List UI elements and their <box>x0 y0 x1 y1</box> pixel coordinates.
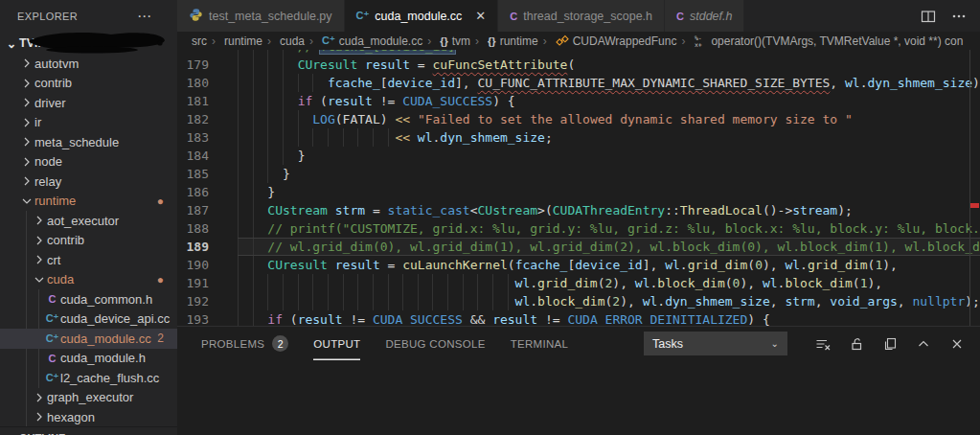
error-marker <box>970 203 979 208</box>
tree-item-label: cuda_module.cc <box>60 332 157 346</box>
breadcrumb-item[interactable]: ›C⁺cuda_module.cc <box>305 34 422 48</box>
code-line-179[interactable]: 179 CUresult result = cuFuncSetAttribute… <box>177 56 980 74</box>
breadcrumb-label: cuda_module.cc <box>339 34 422 48</box>
chevron-down-icon: ⌄ <box>771 338 779 349</box>
output-channel-dropdown[interactable]: Tasks⌄ <box>644 332 787 355</box>
tree-item-label: graph_executor <box>47 390 177 404</box>
tree-item-aot-executor[interactable]: aot_executor <box>0 211 177 231</box>
code-text: LOG(FATAL) << "Failed to set the allowed… <box>238 110 980 128</box>
chevron-right-icon <box>19 76 34 91</box>
tab-cuda-module-cc[interactable]: C⁺cuda_module.cc✕ <box>345 0 499 32</box>
breadcrumb-item[interactable]: ›%-x+operator()(TVMArgs, TVMRetValue *, … <box>676 34 963 48</box>
panel-tab-terminal[interactable]: TERMINAL <box>511 327 569 360</box>
close-panel-icon[interactable] <box>949 336 965 352</box>
code-line-180[interactable]: 180 fcache_[device_id], CU_FUNC_ATTRIBUT… <box>177 74 980 92</box>
tree-item-graph-executor[interactable]: graph_executor <box>0 388 177 408</box>
tree-item-node[interactable]: node <box>0 152 177 172</box>
breadcrumb-item[interactable]: ›{}runtime <box>470 34 538 48</box>
tree-item-crt[interactable]: crt <box>0 250 177 270</box>
vscode-window: EXPLORER ⋯ ⌄ TVM autotvmcontribdriverirm… <box>0 0 980 435</box>
tab-thread-storage-scope-h[interactable]: Cthread_storage_scope.h <box>498 0 665 32</box>
tree-item-hexagon[interactable]: hexagon <box>0 407 177 427</box>
tree-item-label: meta_schedule <box>34 135 177 149</box>
code-text: CUresult result = cuFuncSetAttribute( <box>238 56 980 74</box>
tree-item-l2-cache-flush-cc[interactable]: C⁺l2_cache_flush.cc <box>0 368 177 388</box>
unlock-icon[interactable] <box>849 336 864 352</box>
more-actions-icon[interactable] <box>951 9 967 24</box>
code-line-188[interactable]: 188 // printf("CUSTOMIZE, grid.x: %lu, g… <box>177 219 980 238</box>
tree-item-driver[interactable]: driver <box>0 93 177 113</box>
tree-item-autotvm[interactable]: autotvm <box>0 54 177 74</box>
tree-item-runtime[interactable]: runtime● <box>0 192 177 212</box>
c-file-icon: C <box>510 11 517 22</box>
breadcrumb-item[interactable]: ›{}tvm <box>422 34 470 48</box>
output-panel-body[interactable] <box>177 360 980 435</box>
cpp-file-icon: C⁺ <box>44 372 60 384</box>
panel-tab-debug-console[interactable]: DEBUG CONSOLE <box>385 327 485 360</box>
breadcrumb-item[interactable]: ›CUDAWrappedFunc <box>538 34 677 48</box>
operator-symbol-icon: %-x+ <box>694 34 707 48</box>
code-line-185[interactable]: 185 } <box>177 165 980 183</box>
clear-output-icon[interactable] <box>815 336 831 352</box>
explorer-more-actions-icon[interactable]: ⋯ <box>137 8 152 25</box>
line-number: 182 <box>177 110 238 128</box>
maximize-panel-icon[interactable] <box>916 336 931 352</box>
breadcrumb-label: runtime <box>224 34 262 48</box>
breadcrumb-item[interactable]: src <box>192 34 207 48</box>
tree-item-relay[interactable]: relay <box>0 172 177 192</box>
breadcrumb-item[interactable]: ›cuda <box>262 34 305 48</box>
tab-stddef-h[interactable]: Cstddef.h <box>665 0 744 32</box>
panel-tab-output[interactable]: OUTPUT <box>313 327 360 360</box>
chevron-right-icon <box>19 154 34 170</box>
explorer-title: EXPLORER <box>17 11 78 22</box>
tree-item-cuda[interactable]: cuda● <box>0 270 177 290</box>
tree-item-label: aot_executor <box>47 214 177 228</box>
code-line-182[interactable]: 182 LOG(FATAL) << "Failed to set the all… <box>177 110 980 128</box>
chevron-down-icon <box>19 194 34 209</box>
code-line-184[interactable]: 184 } <box>177 147 980 165</box>
code-line-192[interactable]: 192 wl.block_dim(2), wl.dyn_shmem_size, … <box>177 292 980 310</box>
outline-section-header[interactable]: › OUTLINE <box>0 426 177 435</box>
code-line-191[interactable]: 191 wl.grid_dim(2), wl.block_dim(0), wl.… <box>177 274 980 292</box>
editor-group: test_meta_schedule.pyC⁺cuda_module.cc✕Ct… <box>177 0 980 435</box>
panel-tab-problems[interactable]: PROBLEMS2 <box>201 327 288 360</box>
output-channel-value: Tasks <box>652 337 683 351</box>
workspace-root-item[interactable]: ⌄ TVM <box>0 33 177 54</box>
tree-item-label: driver <box>34 96 177 110</box>
panel-tab-bar: PROBLEMS2OUTPUTDEBUG CONSOLETERMINALTask… <box>177 327 980 360</box>
overview-ruler[interactable] <box>969 50 970 326</box>
tab-test-meta-schedule-py[interactable]: test_meta_schedule.py <box>177 0 345 32</box>
panel-actions: Tasks⌄ <box>644 332 980 355</box>
code-text: CUresult result = cuLaunchKernel(fcache_… <box>238 256 980 274</box>
chevron-right-icon <box>32 252 47 267</box>
open-in-editor-icon[interactable] <box>882 336 898 352</box>
tree-item-cuda-common-h[interactable]: Ccuda_common.h <box>0 289 177 309</box>
class-symbol-icon <box>556 34 569 48</box>
code-editor[interactable]: // fcache_[device_id]179 CUresult result… <box>177 50 980 326</box>
line-number: 191 <box>177 274 238 292</box>
tree-item-cuda-device-api-cc[interactable]: C⁺cuda_device_api.cc <box>0 309 177 330</box>
breadcrumb-item[interactable]: ›runtime <box>207 34 262 48</box>
tree-item-ir[interactable]: ir <box>0 113 177 133</box>
split-editor-icon[interactable] <box>921 9 936 24</box>
line-number: 181 <box>177 92 238 110</box>
breadcrumb-label: cuda <box>280 34 305 48</box>
tree-item-cuda-module-h[interactable]: Ccuda_module.h <box>0 349 177 369</box>
code-line-189[interactable]: 189 // wl.grid_dim(0), wl.grid_dim(1), w… <box>177 238 980 256</box>
code-line-183[interactable]: 183 << wl.dyn_shmem_size; <box>177 128 980 147</box>
code-line-181[interactable]: 181 if (result != CUDA_SUCCESS) { <box>177 92 980 110</box>
close-tab-icon[interactable]: ✕ <box>475 9 486 23</box>
tree-item-meta-schedule[interactable]: meta_schedule <box>0 132 177 152</box>
tree-item-cuda-module-cc[interactable]: C⁺cuda_module.cc2 <box>0 329 177 349</box>
code-line-187[interactable]: 187 CUstream strm = static_cast<CUstream… <box>177 201 980 219</box>
breadcrumb-separator: › <box>543 34 547 48</box>
explorer-header: EXPLORER ⋯ <box>0 0 177 33</box>
code-text: if (result != CUDA_SUCCESS) { <box>238 92 980 110</box>
tree-item-contrib[interactable]: contrib <box>0 231 177 251</box>
code-line-186[interactable]: 186 } <box>177 183 980 201</box>
code-text: CUstream strm = static_cast<CUstream>(CU… <box>238 201 980 219</box>
code-line-193[interactable]: 193 if (result != CUDA_SUCCESS && result… <box>177 310 980 326</box>
line-number: 192 <box>177 292 238 310</box>
code-line-190[interactable]: 190 CUresult result = cuLaunchKernel(fca… <box>177 256 980 274</box>
tree-item-contrib[interactable]: contrib <box>0 74 177 94</box>
